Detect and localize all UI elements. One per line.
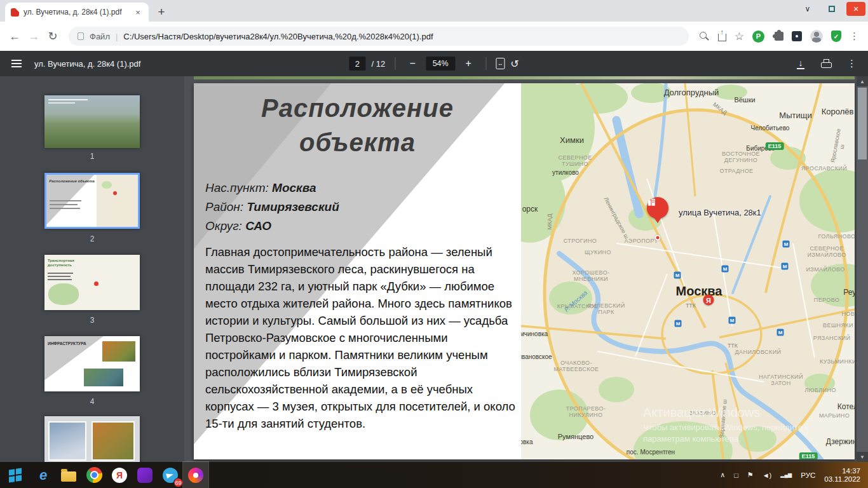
thumbnail-page-1[interactable] — [44, 95, 140, 148]
window-close-icon[interactable]: × — [846, 2, 865, 16]
back-icon[interactable]: ← — [5, 27, 24, 46]
browser-tab[interactable]: ул. Вучетича, д. 28к4 (1).pdf × — [5, 3, 149, 22]
map-label: овка — [521, 438, 533, 445]
new-tab-button[interactable]: + — [153, 3, 170, 21]
toolbar-divider — [395, 57, 395, 70]
telegram-badge: 69 — [173, 478, 183, 487]
scroll-up-icon[interactable]: ▲ — [857, 76, 868, 86]
bookmark-star-icon[interactable]: ☆ — [735, 30, 744, 43]
map-label: ОТРАДНОЕ — [720, 168, 754, 174]
map-label: Челобитьево — [751, 125, 790, 132]
metro-icon: М — [675, 320, 682, 327]
thumbnail-page-5[interactable] — [44, 416, 140, 462]
tab-search-chevron-icon[interactable]: ∨ — [798, 2, 817, 16]
window-restore-icon[interactable] — [822, 2, 841, 16]
flag-tray-icon[interactable]: ⚑ — [747, 471, 754, 479]
pdf-more-icon[interactable]: ⋮ — [847, 58, 857, 69]
map-label: ОЧАКОВО- МАТВЕЕВСКОЕ — [553, 360, 599, 372]
taskbar-telegram-icon[interactable]: 69 — [158, 462, 183, 488]
map-label: Румянцево — [558, 433, 593, 440]
speaker-tray-icon[interactable]: ◄) — [763, 471, 772, 479]
field-row: Округ: САО — [205, 217, 339, 236]
display-tray-icon[interactable]: □ — [734, 471, 738, 479]
search-icon[interactable] — [699, 31, 710, 42]
profile-avatar-icon[interactable] — [810, 30, 823, 43]
map-label: ПЕРОВО — [814, 297, 839, 303]
map-label: Мытищи — [779, 111, 811, 120]
zoom-level[interactable]: 54% — [426, 57, 455, 71]
pin-anchor-dot — [655, 235, 661, 241]
thumb-photo — [101, 340, 137, 363]
forward-icon[interactable]: → — [24, 27, 43, 46]
map-label: утилково — [552, 169, 579, 176]
scrollbar-thumb[interactable] — [858, 88, 867, 159]
page-number-input[interactable]: 2 — [349, 57, 365, 71]
browser-menu-icon[interactable]: ⋮ — [850, 30, 859, 42]
language-indicator[interactable]: РУС — [801, 471, 815, 479]
fit-page-icon[interactable]: ↔ — [496, 58, 505, 69]
adblock-extension-icon[interactable] — [792, 31, 802, 41]
tray-expand-icon[interactable]: ∧ — [720, 471, 725, 479]
address-url: C:/Users/Настя/Desktop/вучетича28к4/ул.%… — [123, 32, 433, 41]
pdf-favicon — [11, 8, 19, 17]
location-fields: Нас.пункт: Москва Район: Тимирязевский О… — [205, 179, 339, 236]
security-shield-icon[interactable]: ✓ — [831, 30, 841, 42]
toolbar-divider — [485, 57, 486, 70]
pdf-viewer: 1 Расположение объекта 2 Транспортная до… — [0, 76, 868, 462]
thumb-map — [97, 175, 138, 227]
extension-p-icon[interactable]: Р — [752, 30, 764, 43]
thumbnail-number: 4 — [0, 397, 184, 406]
taskbar-chrome-icon[interactable] — [81, 462, 107, 488]
scroll-down-icon[interactable]: ▼ — [857, 452, 868, 462]
address-scheme-label: Файл — [90, 32, 110, 41]
print-icon[interactable] — [821, 59, 832, 68]
pdf-menu-icon[interactable] — [11, 60, 22, 67]
thumbnail-number: 2 — [0, 234, 184, 243]
pdf-actions: ↓ ⋮ — [796, 58, 857, 69]
map-label: Реут — [843, 288, 855, 297]
address-bar[interactable]: Файл | C:/Users/Настя/Desktop/вучетича28… — [69, 27, 689, 46]
map-label: Химки — [560, 135, 584, 145]
taskbar-explorer-icon[interactable] — [56, 462, 81, 488]
tab-close-icon[interactable]: × — [133, 7, 143, 17]
taskbar-yandex-icon[interactable]: Я — [107, 462, 132, 488]
map-label: РЯЗАНСКИЙ — [813, 335, 851, 341]
map-label: Долгопрудный — [664, 88, 719, 97]
map-label: КУЗЬМИНКИ — [820, 358, 855, 365]
zoom-in-button[interactable]: + — [461, 56, 476, 71]
vertical-scrollbar[interactable]: ▲ ▼ — [857, 76, 868, 462]
thumbnail-page-3[interactable]: Транспортная доступность — [44, 255, 140, 310]
map-label: ТРОПАРЕВО- НИКУЛИНО — [566, 405, 606, 418]
rotate-icon[interactable]: ↺ — [510, 58, 519, 70]
browser-tab-strip: ул. Вучетича, д. 28к4 (1).pdf × + ∨ × — [0, 0, 868, 22]
map-label: ЯРОСЛАВСКИЙ — [801, 165, 847, 172]
tab-title: ул. Вучетича, д. 28к4 (1).pdf — [24, 8, 128, 17]
taskbar-ie-icon[interactable]: e — [31, 462, 56, 488]
map-label: Вёшки — [734, 96, 755, 104]
map-label: ивановское — [521, 353, 552, 360]
extensions-puzzle-icon[interactable] — [775, 32, 783, 41]
pdf-page: Расположениеобъекта Нас.пункт: Москва Ра… — [194, 83, 855, 459]
network-tray-icon[interactable]: ▂▄▆ — [780, 472, 792, 478]
start-button[interactable] — [0, 462, 31, 488]
map-label: СТРОГИНО — [564, 238, 597, 244]
pin-building-icon — [647, 197, 668, 219]
map-label: пос. Мосрентген — [627, 449, 675, 456]
metro-icon: М — [782, 263, 789, 270]
thumbnail-sidebar: 1 Расположение объекта 2 Транспортная до… — [0, 76, 184, 462]
thumbnail-page-2-selected[interactable]: Расположение объекта — [44, 173, 140, 229]
map-label: ДАНИЛОВСКИЙ — [735, 349, 782, 355]
map-label: ГОЛЬЯНОВО — [818, 233, 855, 240]
taskbar-clock[interactable]: 14:37 03.11.2022 — [824, 467, 860, 484]
reload-icon[interactable]: ↻ — [43, 27, 62, 46]
map-label: ЛЮБЛИНО — [804, 387, 836, 393]
download-icon[interactable]: ↓ — [796, 58, 806, 69]
field-row: Район: Тимирязевский — [205, 198, 339, 217]
zoom-out-button[interactable]: − — [405, 56, 420, 71]
taskbar-media-app-icon[interactable] — [183, 462, 208, 488]
taskbar-purple-app-icon[interactable] — [132, 462, 158, 488]
map-label: Дзержин — [826, 437, 855, 446]
thumbnail-page-4[interactable]: ИНФРАСТРУКТУРА — [44, 336, 140, 391]
map-label: Королёв — [822, 107, 854, 116]
share-icon[interactable]: ↑ — [718, 34, 726, 41]
